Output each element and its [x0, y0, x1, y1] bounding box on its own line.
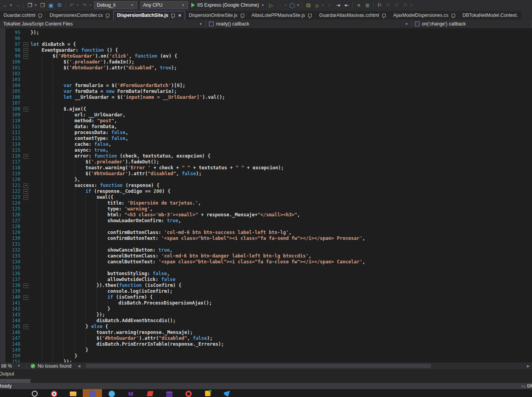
output-panel-title[interactable]: Output [0, 371, 14, 377]
start-debugging-button[interactable]: IIS Express (Google Chrome) ▼ [191, 2, 265, 8]
navigate-forward-icon[interactable]: → [14, 1, 22, 9]
undo-dropdown-icon[interactable]: ▼ [76, 4, 80, 7]
code-line-124: 124title: 'Dispersión de tarjetas.', [5, 200, 532, 206]
restart-icon[interactable]: ◯ [288, 1, 296, 9]
hot-reload-icon[interactable]: ◌ [276, 1, 283, 9]
scroll-left-icon[interactable]: ◀ [78, 364, 80, 368]
bookmarks-dropdown-icon[interactable]: ▼ [410, 4, 414, 7]
output-scrollbar-thumb[interactable] [0, 379, 31, 383]
solution-platforms-dropdown[interactable]: Any CPU ▼ [140, 1, 188, 9]
taskbar-search-icon[interactable] [25, 389, 44, 397]
tab-dispersionescontroller-cs[interactable]: DispersionesController.cs [46, 11, 113, 20]
fold-collapse-icon[interactable]: − [24, 295, 28, 300]
taskbar-chrome-icon[interactable] [44, 389, 64, 397]
navigate-back-icon[interactable]: ← [1, 1, 9, 9]
next-bookmark-icon[interactable]: ⚐ [393, 1, 401, 9]
indent-icon[interactable]: ⇥ [334, 1, 342, 9]
comment-lines-icon[interactable]: ≣ [363, 1, 371, 9]
open-file-icon[interactable]: ❒ [38, 1, 46, 9]
tab-dbtokanetmodel-context-[interactable]: DBTokaNetModel.Context. [459, 11, 522, 20]
sort-lines-icon[interactable]: ≡ [355, 1, 363, 9]
navigate-back-dropdown-icon[interactable]: ▼ [9, 4, 13, 7]
fold-collapse-icon[interactable]: − [24, 195, 28, 200]
code-text: cancelButtonText: '<span class="btn-labe… [31, 259, 532, 265]
code-line-115: 115async: true, [5, 147, 532, 153]
restart-dropdown-icon[interactable]: ▼ [296, 4, 300, 7]
fold-collapse-icon[interactable]: − [24, 48, 28, 53]
taskbar-chrome-profile-icon[interactable] [179, 389, 198, 397]
home-dropdown-icon[interactable]: ▼ [321, 4, 325, 7]
selection-box-icon[interactable]: ▫ [325, 1, 333, 9]
tab-dispersiononlinesite-js[interactable]: DispersionOnlineSite.js [185, 11, 248, 20]
horizontal-scrollbar[interactable] [83, 363, 525, 369]
indent-guide [53, 171, 53, 177]
taskbar-red-app-icon[interactable] [140, 389, 160, 397]
code-text: let disBatch = { [31, 42, 532, 47]
taskbar-terminal-icon[interactable] [160, 389, 179, 397]
indent-guide [64, 183, 64, 189]
start-without-debugging-icon[interactable]: ▷ [267, 1, 275, 9]
redo-icon[interactable]: ↷ [80, 1, 88, 9]
indent-guide [74, 283, 75, 288]
tab-guardar-cshtml[interactable]: Guardar.cshtml [0, 11, 46, 20]
breakpoint-margin[interactable] [0, 28, 5, 363]
code-editor[interactable]: 95});9697−let disBatch = {98−Eventguarda… [0, 28, 532, 363]
line-number: 149 [5, 347, 20, 353]
close-icon[interactable]: ✕ [178, 13, 181, 18]
fold-collapse-icon[interactable]: − [24, 324, 28, 329]
find-in-files-icon[interactable]: ⊡ [304, 1, 312, 9]
toggle-bookmark-icon[interactable]: ⚐ [376, 1, 383, 9]
taskbar-skype-icon[interactable] [102, 389, 121, 397]
tab-ajaxmodeldispersiones-cs[interactable]: AjaxModelDispersiones.cs [390, 11, 459, 20]
pin-icon[interactable] [38, 14, 42, 17]
taskbar-files-app-icon[interactable] [198, 389, 217, 397]
pin-icon[interactable] [308, 14, 312, 17]
indent-guide [53, 283, 53, 288]
scrollbar-thumb[interactable] [86, 364, 431, 368]
outdent-icon[interactable]: ⇤ [343, 1, 350, 9]
zoom-level-dropdown[interactable]: 88 % ▼ [0, 363, 27, 369]
clear-bookmarks-icon[interactable]: ⚐ [401, 1, 409, 9]
code-text: } [31, 347, 532, 353]
indent-guide [53, 312, 53, 318]
fold-collapse-icon[interactable]: − [24, 154, 28, 159]
taskbar-teams-icon[interactable] [83, 389, 102, 397]
pin-icon[interactable] [452, 14, 455, 17]
undo-icon[interactable]: ↶ [68, 1, 76, 9]
member-dropdown-right[interactable]: on('change') callback [412, 20, 532, 28]
prev-bookmark-icon[interactable]: ⚐ [384, 1, 392, 9]
hot-reload-dropdown-icon[interactable]: ▼ [284, 4, 288, 7]
project-scope-dropdown[interactable]: TokaNet JavaScript Content Files ▼ [0, 20, 206, 28]
new-window-dropdown-icon[interactable]: ▼ [34, 4, 38, 7]
save-all-icon[interactable]: ⧉ [56, 1, 64, 9]
fold-collapse-icon[interactable]: − [24, 183, 28, 188]
pin-icon[interactable] [106, 14, 109, 17]
taskbar-microsoft-365-icon[interactable]: M [121, 389, 140, 397]
save-icon[interactable]: ▣ [47, 1, 55, 9]
fold-collapse-icon[interactable]: − [24, 54, 28, 59]
tab-dispersionbatchsite-js[interactable]: DispersionBatchSite.js✕ [113, 11, 185, 20]
member-dropdown-left[interactable]: ready() callback ▼ [206, 20, 412, 28]
taskbar-visual-studio-icon[interactable] [217, 389, 236, 397]
pin-icon[interactable] [241, 14, 244, 17]
fold-collapse-icon[interactable]: − [24, 107, 28, 112]
indent-guide [53, 253, 53, 259]
status-ready-label: Ready [0, 383, 12, 389]
fold-collapse-icon[interactable]: − [24, 283, 28, 288]
scroll-right-icon[interactable]: ▶ [527, 364, 530, 368]
fold-collapse-icon[interactable]: − [24, 189, 28, 194]
solution-configurations-dropdown[interactable]: Debug_li ▼ [94, 1, 137, 9]
folding-margin [20, 200, 31, 206]
taskbar-file-explorer-icon[interactable] [64, 389, 83, 397]
indent-guide [53, 165, 53, 171]
pin-icon[interactable] [171, 14, 175, 17]
redo-dropdown-icon[interactable]: ▼ [89, 4, 93, 7]
fold-collapse-icon[interactable]: − [24, 42, 28, 47]
new-window-icon[interactable]: ❐ [26, 1, 34, 9]
pin-icon[interactable] [382, 14, 386, 17]
tab-guardaraltasmasivas-cshtml[interactable]: GuardarAltasMasivas.cshtml [316, 11, 390, 20]
document-health-indicator[interactable]: ✓ No issues found [27, 363, 75, 369]
tab-altasloteppmasivasite-js[interactable]: AltasLotePPMasivaSite.js [248, 11, 316, 20]
navigate-home-icon[interactable]: ⌂ [313, 1, 321, 9]
indent-guide [53, 89, 53, 94]
